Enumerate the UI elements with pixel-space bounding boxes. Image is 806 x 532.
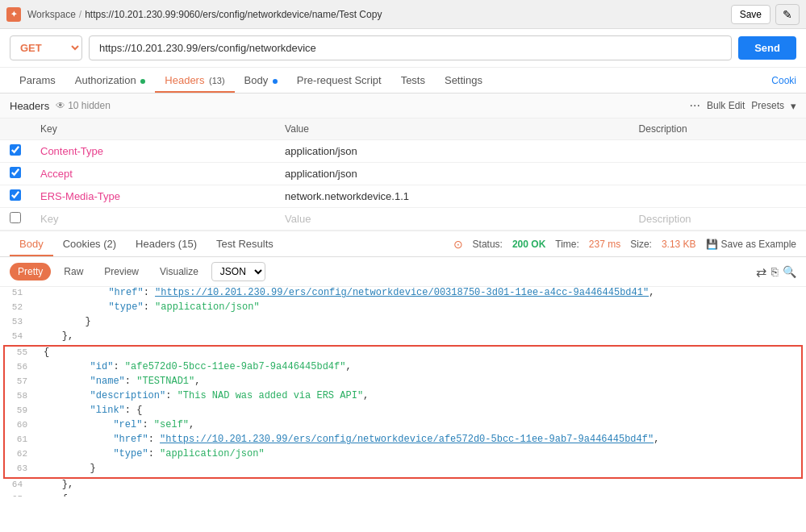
tab-pre-request[interactable]: Pre-request Script xyxy=(287,68,391,93)
row2-key: Accept xyxy=(31,163,275,185)
headers-section: Headers 👁 10 hidden ··· Bulk Edit Preset… xyxy=(0,94,806,231)
url-input[interactable] xyxy=(89,35,732,60)
line-number: 61 xyxy=(5,434,37,444)
format-preview-button[interactable]: Preview xyxy=(96,263,147,281)
response-tab-body[interactable]: Body xyxy=(10,231,53,256)
line-content: "name": "TESTNAD1", xyxy=(37,376,801,387)
new-row-desc[interactable]: Description xyxy=(629,208,806,231)
table-row: ERS-Media-Type network.networkdevice.1.1 xyxy=(0,185,806,208)
save-button[interactable]: Save xyxy=(731,5,771,24)
json-key: "id" xyxy=(90,361,114,372)
line-content: "rel": "self", xyxy=(37,419,801,430)
json-link[interactable]: "https://10.201.230.99/ers/config/networ… xyxy=(160,434,654,445)
line-content: { xyxy=(32,493,806,497)
response-tab-headers[interactable]: Headers (15) xyxy=(126,231,207,256)
wrap-icon: ⇄ xyxy=(756,264,766,280)
code-line: 59 "link": { xyxy=(5,405,801,419)
col-checkbox xyxy=(0,118,31,140)
json-key: "type" xyxy=(113,448,148,459)
line-content: "type": "application/json" xyxy=(32,301,806,313)
eye-icon: 👁 xyxy=(56,100,65,111)
line-number: 65 xyxy=(0,493,32,497)
body-dot xyxy=(273,79,278,84)
edit-icon-button[interactable]: ✎ xyxy=(775,4,800,25)
tab-authorization[interactable]: Authorization xyxy=(65,68,156,93)
save-example-button[interactable]: 💾 Save as Example xyxy=(706,239,796,250)
headers-table: Key Value Description Content-Type appli… xyxy=(0,118,806,231)
row1-key: Content-Type xyxy=(31,140,275,163)
table-row: Accept application/json xyxy=(0,163,806,185)
new-row-value[interactable]: Value xyxy=(275,208,629,231)
format-visualize-button[interactable]: Visualize xyxy=(152,263,207,281)
code-line: 61 "href": "https://10.201.230.99/ers/co… xyxy=(5,434,801,448)
copy-button[interactable]: ⎘ xyxy=(771,265,778,278)
format-raw-button[interactable]: Raw xyxy=(56,263,91,281)
status-icon: ⊙ xyxy=(453,238,463,251)
json-format-select[interactable]: JSON XML HTML xyxy=(211,262,265,281)
tab-settings[interactable]: Settings xyxy=(435,68,492,93)
breadcrumb-url: https://10.201.230.99:9060/ers/config/ne… xyxy=(85,9,382,20)
table-row-new: Key Value Description xyxy=(0,208,806,231)
status-label: Status: xyxy=(473,239,503,250)
new-row-key[interactable]: Key xyxy=(31,208,275,231)
json-key: "rel" xyxy=(113,419,142,430)
json-value: "application/json" xyxy=(160,448,265,459)
tab-params[interactable]: Params xyxy=(10,68,65,93)
new-row-checkbox[interactable] xyxy=(10,212,21,223)
send-button[interactable]: Send xyxy=(738,36,796,60)
size-label: Size: xyxy=(630,239,652,250)
search-button[interactable]: 🔍 xyxy=(783,265,796,278)
line-number: 62 xyxy=(5,448,37,459)
presets-arrow-icon: ▾ xyxy=(791,100,796,112)
line-number: 54 xyxy=(0,330,32,341)
headers-actions: ··· Bulk Edit Presets ▾ xyxy=(690,98,796,113)
json-key: "href" xyxy=(113,434,148,445)
code-line: 63 } xyxy=(5,463,801,477)
headers-section-bar: Headers 👁 10 hidden ··· Bulk Edit Preset… xyxy=(0,94,806,118)
json-key: "type" xyxy=(108,301,143,313)
tab-headers[interactable]: Headers (13) xyxy=(155,68,234,93)
row2-value: application/json xyxy=(275,163,629,185)
json-value: "application/json" xyxy=(155,301,260,313)
line-number: 53 xyxy=(0,316,32,326)
row3-value: network.networkdevice.1.1 xyxy=(275,185,629,208)
row3-key: ERS-Media-Type xyxy=(31,185,275,208)
code-line: 56 "id": "afe572d0-5bcc-11ee-9ab7-9a4464… xyxy=(5,361,801,376)
top-bar: ✦ Workspace / https://10.201.230.99:9060… xyxy=(0,0,806,29)
line-content: }, xyxy=(32,479,806,490)
row2-checkbox[interactable] xyxy=(10,167,21,178)
line-number: 51 xyxy=(0,287,32,297)
response-tab-test-results[interactable]: Test Results xyxy=(207,231,283,256)
code-line: 52 "type": "application/json" xyxy=(0,301,806,316)
time-value: 237 ms xyxy=(589,239,620,250)
line-content: "description": "This NAD was added via E… xyxy=(37,390,801,401)
json-key: "link" xyxy=(90,405,125,416)
tab-body[interactable]: Body xyxy=(235,68,287,93)
method-select[interactable]: GET POST PUT DELETE PATCH xyxy=(10,35,82,60)
format-pretty-button[interactable]: Pretty xyxy=(10,263,51,281)
json-value: "TESTNAD1" xyxy=(136,376,194,387)
row3-desc xyxy=(629,185,806,208)
presets-button[interactable]: Presets xyxy=(751,100,784,111)
col-key-header: Key xyxy=(31,118,275,140)
workspace-label[interactable]: Workspace xyxy=(27,9,76,20)
code-area[interactable]: 51 "href": "https://10.201.230.99/ers/co… xyxy=(0,287,806,497)
format-bar: Pretty Raw Preview Visualize JSON XML HT… xyxy=(0,257,806,287)
row1-checkbox[interactable] xyxy=(10,144,21,156)
response-tab-cookies[interactable]: Cookies (2) xyxy=(53,231,126,256)
headers-count: (13) xyxy=(209,76,225,85)
cookies-link[interactable]: Cooki xyxy=(771,75,796,86)
line-number: 52 xyxy=(0,301,32,312)
json-link[interactable]: "https://10.201.230.99/ers/config/networ… xyxy=(155,287,649,298)
code-line: 65 { xyxy=(0,493,806,497)
request-tab-bar: Params Authorization Headers (13) Body P… xyxy=(0,68,806,94)
code-line: 60 "rel": "self", xyxy=(5,419,801,434)
line-number: 56 xyxy=(5,361,37,372)
tab-tests[interactable]: Tests xyxy=(391,68,435,93)
headers-section-label: Headers xyxy=(10,100,49,112)
line-content: "href": "https://10.201.230.99/ers/confi… xyxy=(37,434,801,445)
row3-checkbox[interactable] xyxy=(10,189,21,201)
code-line: 54 }, xyxy=(0,330,806,345)
save-icon: 💾 xyxy=(706,239,718,250)
bulk-edit-button[interactable]: Bulk Edit xyxy=(707,100,745,111)
